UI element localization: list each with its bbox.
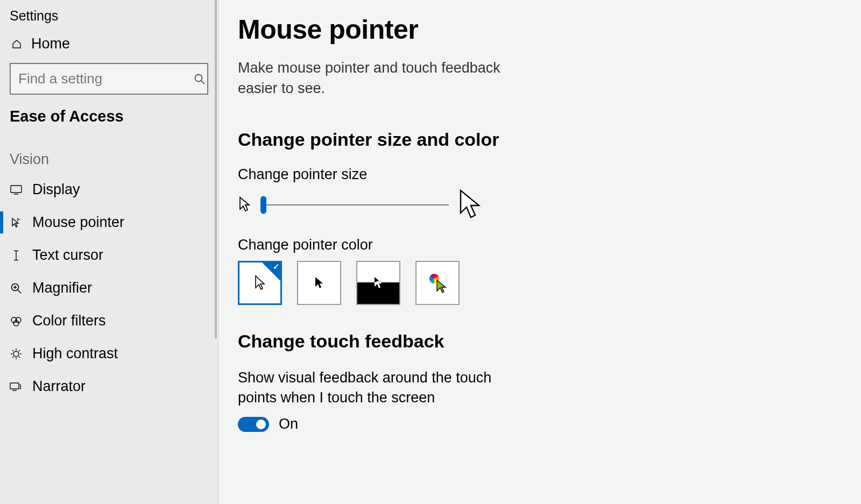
pointer-size-label: Change pointer size (238, 166, 829, 183)
toggle-state-label: On (279, 416, 298, 432)
nav-group-vision: Vision (0, 137, 218, 173)
sidebar-item-label: Magnifier (32, 280, 92, 296)
section-size-color-heading: Change pointer size and color (238, 129, 829, 150)
sidebar-item-magnifier[interactable]: Magnifier (0, 272, 218, 304)
pointer-color-options: ✓ (238, 261, 829, 305)
color-filters-icon (10, 316, 23, 326)
svg-line-20 (12, 357, 13, 358)
pointer-size-slider-row (238, 188, 829, 222)
pointer-color-label: Change pointer color (238, 237, 829, 253)
sidebar-item-label: Color filters (32, 313, 106, 329)
touch-feedback-toggle[interactable] (238, 417, 269, 432)
sidebar-item-mouse-pointer[interactable]: Mouse pointer (0, 206, 218, 239)
sidebar-item-display[interactable]: Display (0, 173, 218, 206)
sidebar-item-label: Display (32, 181, 80, 198)
pointer-color-black[interactable] (297, 261, 341, 305)
slider-thumb[interactable] (260, 196, 266, 214)
app-title: Settings (0, 0, 218, 28)
home-nav-item[interactable]: Home (0, 28, 218, 60)
touch-feedback-toggle-row: On (238, 416, 829, 432)
svg-line-17 (12, 350, 13, 351)
svg-line-18 (19, 357, 20, 358)
home-label: Home (31, 36, 70, 52)
home-icon (11, 39, 23, 49)
touch-feedback-description: Show visual feedback around the touch po… (238, 368, 518, 409)
sidebar-item-label: High contrast (32, 345, 118, 362)
sidebar-scrollbar[interactable] (215, 0, 217, 339)
svg-rect-2 (11, 186, 22, 193)
svg-point-0 (195, 74, 202, 81)
small-pointer-icon (238, 196, 252, 214)
sidebar-item-label: Narrator (32, 378, 86, 395)
sidebar-item-narrator[interactable]: Narrator (0, 370, 218, 403)
search-icon (193, 73, 206, 86)
search-input[interactable] (18, 70, 193, 87)
sidebar-item-high-contrast[interactable]: High contrast (0, 337, 218, 370)
text-cursor-icon (10, 250, 23, 261)
main-content: Mouse pointer Make mouse pointer and tou… (218, 0, 861, 504)
sidebar-item-text-cursor[interactable]: Text cursor (0, 239, 218, 272)
page-title: Mouse pointer (238, 14, 829, 45)
page-description: Make mouse pointer and touch feedback ea… (238, 58, 539, 99)
svg-rect-21 (10, 383, 19, 389)
magnifier-icon (10, 282, 23, 294)
narrator-icon (10, 381, 23, 392)
mouse-pointer-icon (10, 217, 23, 229)
pointer-color-custom[interactable] (415, 261, 460, 305)
pointer-color-inverted[interactable] (356, 261, 400, 305)
svg-line-1 (201, 81, 204, 84)
pointer-color-white[interactable]: ✓ (238, 261, 282, 305)
section-touch-heading: Change touch feedback (238, 331, 829, 352)
high-contrast-icon (10, 348, 23, 360)
large-pointer-icon (457, 188, 483, 222)
sidebar-item-label: Mouse pointer (32, 214, 124, 231)
svg-line-19 (19, 350, 20, 351)
category-title: Ease of Access (0, 102, 218, 137)
pointer-size-slider[interactable] (260, 189, 449, 221)
svg-point-12 (13, 351, 19, 357)
settings-sidebar: Settings Home Ease of Access Vision (0, 0, 218, 504)
sidebar-item-color-filters[interactable]: Color filters (0, 304, 218, 337)
search-input-container[interactable] (10, 63, 208, 95)
monitor-icon (10, 185, 23, 195)
svg-line-6 (18, 290, 21, 293)
sidebar-item-label: Text cursor (32, 247, 103, 264)
